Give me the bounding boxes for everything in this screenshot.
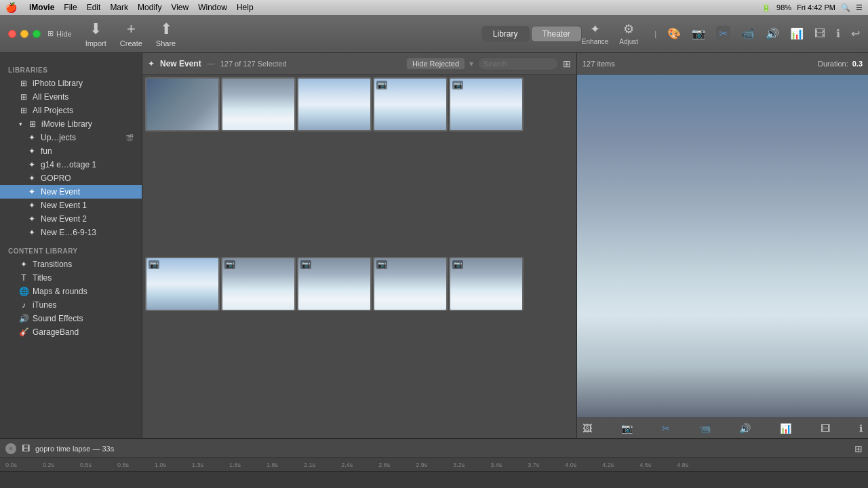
ruler-mark: 1.8s [267,462,278,468]
sidebar-item-transitions[interactable]: ✦ Transitions [0,258,142,271]
sidebar-item-iphoto[interactable]: ⊞ iPhoto Library [0,77,142,90]
ruler-mark: 4.2s [602,462,614,468]
sidebar-item-upjects[interactable]: ✦ Up…jects 🎬 [0,131,142,144]
share-icon: ⬆ [160,20,172,38]
disclosure-icon: ▾ [19,121,22,127]
maximize-button[interactable] [33,30,41,38]
sidebar-item-all-projects[interactable]: ⊞ All Projects [0,104,142,117]
thumb-item[interactable] [221,77,296,131]
timeline-header: ✕ 🎞 gopro time lapse — 33s ⊞ [0,439,868,458]
thumb-item[interactable]: 📷 [449,257,524,311]
all-projects-icon: ⊞ [19,106,28,115]
sidebar-item-new-e-6-9-13[interactable]: ✦ New E…6-9-13 [0,226,142,239]
ruler-mark: 2.1s [304,462,315,468]
crop-tool-icon[interactable]: ✂ [662,423,670,434]
sidebar-item-gopro[interactable]: ✦ GOPRO [0,171,142,185]
info-icon[interactable]: ℹ [836,27,840,40]
sidebar-item-fun[interactable]: ✦ fun [0,144,142,158]
sidebar-item-new-event-1[interactable]: ✦ New Event 1 [0,199,142,212]
file-menu[interactable]: File [64,3,77,12]
timeline-settings-icon[interactable]: ⊞ [854,443,863,454]
search-icon[interactable]: 🔍 [841,3,850,12]
sidebar-item-all-events[interactable]: ⊞ All Events [0,90,142,104]
window-controls [8,30,41,38]
sidebar-item-g14[interactable]: ✦ g14 e…otage 1 [0,158,142,171]
ruler-mark: 0.2s [43,462,54,468]
import-button[interactable]: ⬇ Import [85,20,106,47]
hide-sidebar-icon: ⊞ [47,29,54,38]
hide-button[interactable]: ⊞ Hide [47,29,72,38]
color-board-icon[interactable]: 🎨 [667,27,681,40]
thumb-item[interactable] [297,77,372,131]
app-name-menu[interactable]: iMovie [29,3,54,12]
view-menu[interactable]: View [171,3,189,12]
preview-video [577,75,868,418]
crop-icon[interactable]: ✂ [716,26,730,41]
itunes-icon: ♪ [19,300,28,310]
share-button[interactable]: ⬆ Share [156,20,176,47]
sidebar-item-itunes[interactable]: ♪ iTunes [0,298,142,312]
camera-mode-icon[interactable]: 📷 [621,423,633,434]
apple-menu[interactable]: 🍎 [5,2,17,13]
video-record-icon[interactable]: 📹 [699,423,711,434]
library-tab[interactable]: Library [481,26,530,42]
titles-icon: T [19,273,28,283]
sidebar-item-garageband[interactable]: 🎸 GarageBand [0,325,142,339]
window-menu[interactable]: Window [198,3,227,12]
preview-header: 127 items Duration: 0.3 [577,53,868,75]
sidebar-item-titles[interactable]: T Titles [0,271,142,285]
mark-menu[interactable]: Mark [110,3,128,12]
video-icon[interactable]: 📹 [741,27,755,40]
clip-thumbnail-icon[interactable]: 🖼 [583,423,592,434]
help-menu[interactable]: Help [237,3,254,12]
minimize-button[interactable] [20,30,28,38]
thumb-item[interactable] [145,77,220,131]
thumb-item[interactable]: 📷 [373,77,448,131]
hide-rejected-button[interactable]: Hide Rejected [406,58,465,70]
sidebar-item-sound-effects[interactable]: 🔊 Sound Effects [0,312,142,325]
thumb-item[interactable]: 📷 [221,257,296,311]
ruler-mark: 4.8s [677,462,688,468]
edit-menu[interactable]: Edit [87,3,101,12]
thumb-item[interactable]: 📷 [297,257,372,311]
sidebar-item-imovie-library[interactable]: ▾ ⊞ iMovie Library [0,117,142,131]
thumb-item[interactable]: 📷 [449,77,524,131]
undo-icon[interactable]: ↩ [851,27,860,40]
audio-icon[interactable]: 🔊 [766,27,779,40]
audio-tool-icon[interactable]: 🔊 [739,423,751,434]
enhance-button[interactable]: ✦ Enhance [582,22,608,45]
theater-tab[interactable]: Theater [531,26,582,42]
preview-count: 127 items [583,60,615,68]
chart-icon[interactable]: 📊 [790,27,804,40]
new-e-icon: ✦ [27,228,37,237]
preview-duration: Duration: 0.3 [818,60,863,68]
thumb-item[interactable]: 📷 [145,257,220,311]
search-input[interactable] [477,57,559,70]
content-library-header: CONTENT LIBRARY [0,245,142,258]
sidebar-item-new-event[interactable]: ✦ New Event [0,185,142,199]
imovie-library-icon: ⊞ [28,119,37,129]
sidebar-item-new-event-2[interactable]: ✦ New Event 2 [0,212,142,226]
grid-view-icon[interactable]: ⊞ [563,58,571,69]
film-frame-icon[interactable]: 🎞 [814,28,825,40]
sound-effects-icon: 🔊 [19,314,28,323]
camera-icon[interactable]: 📷 [692,27,705,40]
toolbar-tabs: Library Theater [481,26,582,42]
modify-menu[interactable]: Modify [138,3,161,12]
sidebar-item-maps-rounds[interactable]: 🌐 Maps & rounds [0,285,142,298]
chapter-icon[interactable]: 🎞 [821,423,830,434]
gopro-icon: ✦ [27,174,37,183]
adjust-button[interactable]: ⚙ Adjust [619,22,638,45]
event-selected-count: 127 of 127 Selected [220,60,287,68]
metadata-icon[interactable]: ℹ [859,423,863,434]
menu-icon[interactable]: ☰ [856,3,863,12]
ruler-mark: 0.0s [5,462,17,468]
timeline-close-button[interactable]: ✕ [5,443,16,454]
create-button[interactable]: + Create [120,20,142,47]
stats-icon[interactable]: 📊 [780,423,791,434]
all-events-icon: ⊞ [19,92,28,102]
close-button[interactable] [8,30,16,38]
enhance-icon: ✦ [590,22,600,37]
thumb-item[interactable]: 📷 [373,257,448,311]
event-icon: ✦ [148,59,155,68]
